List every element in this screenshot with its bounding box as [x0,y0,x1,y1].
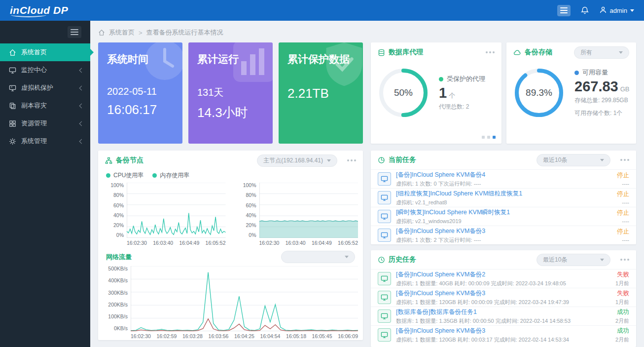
sidebar-item-resources[interactable]: 资源管理 [0,115,90,132]
task-row[interactable]: [备份]InCloud Sphere KVM备份4 虚拟机: 1 次数: 0 下… [371,169,636,188]
protected-data-card: 累计保护数据 2.21TB [279,42,363,144]
history-tasks-panel: 历史任务 最近10条 [备份]InCloud Sphere KVM备份2 虚拟机… [371,250,636,347]
task-row[interactable]: [备份]InCloud Sphere KVM备份2 虚拟机: 1 数据量: 40… [371,269,636,288]
sidebar-item-settings[interactable]: 系统管理 [0,132,90,150]
chevron-left-icon [79,121,84,126]
current-tasks-filter-select[interactable]: 最近10条 [537,154,610,166]
more-options-icon[interactable] [620,259,629,261]
storage-percent: 89.3% [513,67,565,118]
task-row[interactable]: [备份]InCloud Sphere KVM备份3 虚拟机: 1 次数: 2 下… [371,226,636,244]
legend-dot [439,77,443,81]
chevron-down-icon [619,51,623,56]
task-status: 成功 [615,308,629,316]
panel-title: 历史任务 [378,255,416,264]
sidebar-nav: 系统首页 监控中心 虚拟机保护 副本容灾 资源管理 系统管理 [0,43,90,150]
list-menu-icon[interactable] [557,5,571,16]
sidebar-item-vm-protect[interactable]: 虚拟机保护 [0,79,90,97]
task-age: 1月前 [615,280,629,287]
shield-deco-icon [321,42,363,92]
more-options-icon[interactable] [486,51,495,53]
database-agent-panel: 数据库代理 50% 受保护的代理 [371,42,501,144]
storage-donut-chart: 89.3% [513,67,565,118]
network-traffic-chart: 500KB/s400KB/s300KB/s200KB/s100KB/s0KB/s… [98,266,363,339]
task-name-link[interactable]: [备份]InCloud Sphere KVM备份3 [396,227,613,235]
task-name-link[interactable]: [瞬时恢复]InCloud Sphere KVM瞬时恢复1 [396,208,613,217]
agent-percent: 50% [378,67,429,118]
chevron-left-icon [79,139,84,144]
user-icon [599,6,607,15]
system-date: 2022-05-11 [107,86,174,97]
more-options-icon[interactable] [347,159,356,161]
panel-title: 备份存储 [513,48,552,57]
system-clock: 16:06:17 [107,102,174,117]
task-row[interactable]: [细粒度恢复]InCloud Sphere KVM细粒度恢复1 虚拟机: v2.… [371,188,636,207]
task-row[interactable]: [瞬时恢复]InCloud Sphere KVM瞬时恢复1 虚拟机: v2.1_… [371,207,636,226]
panel-title: 备份节点 [105,156,143,165]
task-name-link[interactable]: [数据库备份]数据库备份任务1 [396,308,611,316]
copy-icon [9,102,16,110]
network-interface-select[interactable] [281,251,355,263]
available-storage-count: 可用存储个数: 1个 [574,109,630,117]
sidebar-item-monitor[interactable]: 监控中心 [0,61,90,79]
task-name-link[interactable]: [备份]InCloud Sphere KVM备份3 [396,327,611,335]
sidebar-collapse-icon[interactable] [68,26,81,38]
notifications-bell-icon[interactable] [580,6,589,15]
vm-task-icon [378,229,391,242]
protected-data-size: 2.21TB [287,86,354,101]
task-status: 停止 [617,209,629,217]
database-icon [378,49,385,56]
legend-dot [152,173,157,178]
gear-icon [9,138,16,145]
user-menu[interactable]: admin [599,6,634,15]
task-name-link[interactable]: [备份]InCloud Sphere KVM备份2 [396,270,611,279]
stat-cards: 系统时间 2022-05-11 16:06:17 累计运行 131天 14.3小… [98,42,363,144]
vm-task-icon [378,328,391,342]
task-status: 停止 [617,228,629,236]
main-content: 系统首页 > 查看备份系统运行基本情况 系统时间 2022-05-11 16:0… [90,21,644,347]
app-logo: inCloud DP [10,4,68,16]
cpu-usage-chart: 100%80%60%40%20%0% 16:02:3016:03:4016:04… [98,182,231,246]
task-name-link[interactable]: [备份]InCloud Sphere KVM备份3 [396,289,611,298]
task-next-run: ---- [617,181,629,187]
system-time-card: 系统时间 2022-05-11 16:06:17 [98,42,182,144]
clock-deco-icon [138,42,182,90]
monitor-icon [9,67,16,74]
task-next-run: ---- [617,237,629,243]
uptime-card: 累计运行 131天 14.3小时 [188,42,273,144]
task-name-link[interactable]: [备份]InCloud Sphere KVM备份4 [396,171,613,179]
task-detail: 虚拟机: 1 次数: 2 下次运行时间: ---- [396,236,613,244]
task-row[interactable]: [备份]InCloud Sphere KVM备份3 虚拟机: 1 数据量: 12… [371,325,636,344]
task-status: 停止 [617,171,629,180]
protected-agent-count: 1个 [439,85,485,101]
chevron-left-icon [79,68,84,73]
task-detail: 虚拟机: v2.1_redhat8 [396,199,613,206]
home-icon [98,29,105,36]
panel-title: 数据库代理 [378,48,423,57]
vm-task-icon [378,191,391,204]
node-select[interactable]: 主节点(192.168.94.41) [257,154,337,167]
task-name-link[interactable]: [细粒度恢复]InCloud Sphere KVM细粒度恢复1 [396,190,613,198]
task-detail: 虚拟机: v2.1_windows2019 [396,218,613,225]
breadcrumb: 系统首页 > 查看备份系统运行基本情况 [98,26,636,39]
topbar: inCloud DP admin [0,0,644,21]
task-status: 成功 [615,327,629,335]
panel-title: 当前任务 [378,155,416,164]
task-row[interactable]: [数据库备份]数据库备份任务1 数据库: 1 数据量: 1.35GB 耗时: 0… [371,307,636,325]
panel-pagination-dots[interactable] [482,136,496,139]
chevron-down-icon [327,159,331,164]
grid-icon [9,120,16,127]
uptime-hours: 14.3小时 [197,104,264,121]
task-detail: 虚拟机: 1 数据量: 120GB 耗时: 00:03:17 完成时间: 202… [396,336,611,344]
task-status: 失败 [615,289,629,298]
more-options-icon[interactable] [620,159,629,161]
chevron-down-icon [345,256,349,260]
task-row[interactable]: [备份]InCloud Sphere KVM备份3 虚拟机: 1 数据量: 12… [371,288,636,307]
history-tasks-filter-select[interactable]: 最近10条 [537,254,610,266]
breadcrumb-section[interactable]: 系统首页 [109,28,135,37]
sidebar-item-home[interactable]: 系统首页 [0,43,90,61]
db-task-icon [378,309,391,323]
chevron-left-icon [79,103,84,108]
storage-filter-select[interactable]: 所有 [574,46,629,59]
vm-task-icon [378,172,391,186]
sidebar-item-replica-dr[interactable]: 副本容灾 [0,97,90,115]
